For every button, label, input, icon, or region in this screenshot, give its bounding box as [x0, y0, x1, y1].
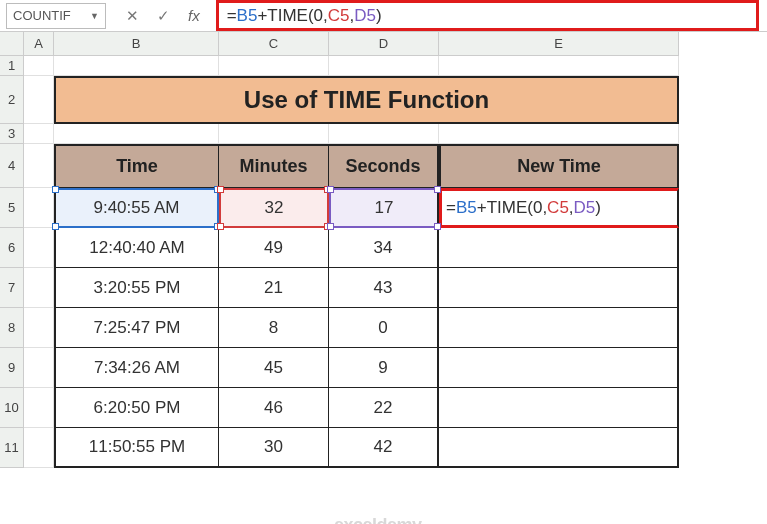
fc-d5: D5	[574, 198, 596, 218]
selection-handle[interactable]	[434, 186, 441, 193]
col-header-e[interactable]: E	[439, 32, 679, 56]
watermark: exceldemy EXCEL · DATA · BI	[334, 516, 426, 524]
cell-a1[interactable]	[24, 56, 54, 76]
col-header-c[interactable]: C	[219, 32, 329, 56]
row-header-7[interactable]: 7	[0, 268, 24, 308]
cell-a8[interactable]	[24, 308, 54, 348]
header-minutes[interactable]: Minutes	[219, 144, 329, 188]
cell-e7[interactable]	[439, 268, 679, 308]
cell-c9[interactable]: 45	[219, 348, 329, 388]
cell-e5[interactable]: =B5+TIME(0,C5,D5)	[439, 188, 679, 228]
cell-d11[interactable]: 42	[329, 428, 439, 468]
header-newtime[interactable]: New Time	[439, 144, 679, 188]
cell-c3[interactable]	[219, 124, 329, 144]
title-cell[interactable]: Use of TIME Function	[54, 76, 679, 124]
formula-eq: =	[227, 6, 237, 26]
header-seconds[interactable]: Seconds	[329, 144, 439, 188]
fx-icon[interactable]: fx	[188, 7, 200, 24]
row-header-11[interactable]: 11	[0, 428, 24, 468]
cell-e9[interactable]	[439, 348, 679, 388]
col-header-d[interactable]: D	[329, 32, 439, 56]
cell-c6[interactable]: 49	[219, 228, 329, 268]
cell-e1[interactable]	[439, 56, 679, 76]
cell-c7[interactable]: 21	[219, 268, 329, 308]
cell-e10[interactable]	[439, 388, 679, 428]
header-time[interactable]: Time	[54, 144, 219, 188]
cell-a6[interactable]	[24, 228, 54, 268]
row-header-9[interactable]: 9	[0, 348, 24, 388]
cancel-icon[interactable]: ✕	[126, 7, 139, 25]
cell-d3[interactable]	[329, 124, 439, 144]
cell-b11[interactable]: 11:50:55 PM	[54, 428, 219, 468]
cell-a9[interactable]	[24, 348, 54, 388]
cell-b3[interactable]	[54, 124, 219, 144]
name-box[interactable]: COUNTIF ▼	[6, 3, 106, 29]
selection-handle[interactable]	[327, 223, 334, 230]
cell-c5[interactable]: 32	[219, 188, 329, 228]
cell-d7[interactable]: 43	[329, 268, 439, 308]
row-headers: 1 2 3 4 5 6 7 8 9 10 11	[0, 32, 24, 524]
row-header-4[interactable]: 4	[0, 144, 24, 188]
row-header-1[interactable]: 1	[0, 56, 24, 76]
col-header-a[interactable]: A	[24, 32, 54, 56]
cell-d10[interactable]: 22	[329, 388, 439, 428]
cells-area[interactable]: Use of TIME Function Time Minutes Second…	[24, 56, 767, 468]
cell-b1[interactable]	[54, 56, 219, 76]
cell-c11[interactable]: 30	[219, 428, 329, 468]
cell-b5[interactable]: 9:40:55 AM	[54, 188, 219, 228]
cell-c10[interactable]: 46	[219, 388, 329, 428]
cell-a4[interactable]	[24, 144, 54, 188]
fc-b5: B5	[456, 198, 477, 218]
cell-c1[interactable]	[219, 56, 329, 76]
cell-e3[interactable]	[439, 124, 679, 144]
column-headers: A B C D E	[24, 32, 767, 56]
cell-a3[interactable]	[24, 124, 54, 144]
selection-handle[interactable]	[327, 186, 334, 193]
cell-d5-value: 17	[375, 198, 394, 218]
selection-handle[interactable]	[434, 223, 441, 230]
cell-e8[interactable]	[439, 308, 679, 348]
cell-a11[interactable]	[24, 428, 54, 468]
selection-handle[interactable]	[217, 223, 224, 230]
row-header-8[interactable]: 8	[0, 308, 24, 348]
enter-icon[interactable]: ✓	[157, 7, 170, 25]
fc-c5: C5	[547, 198, 569, 218]
cell-e11[interactable]	[439, 428, 679, 468]
fc-t3: )	[595, 198, 601, 218]
formula-text-1: +TIME(0,	[257, 6, 327, 26]
selection-handle[interactable]	[52, 223, 59, 230]
row-header-6[interactable]: 6	[0, 228, 24, 268]
cell-c5-value: 32	[265, 198, 284, 218]
row-header-2[interactable]: 2	[0, 76, 24, 124]
cell-b7[interactable]: 3:20:55 PM	[54, 268, 219, 308]
cell-a2[interactable]	[24, 76, 54, 124]
cell-b5-value: 9:40:55 AM	[93, 198, 179, 218]
select-all-corner[interactable]	[0, 32, 24, 56]
cell-b9[interactable]: 7:34:26 AM	[54, 348, 219, 388]
name-box-value: COUNTIF	[13, 8, 71, 23]
formula-ref-d5: D5	[354, 6, 376, 26]
row-header-3[interactable]: 3	[0, 124, 24, 144]
cell-a5[interactable]	[24, 188, 54, 228]
cell-b8[interactable]: 7:25:47 PM	[54, 308, 219, 348]
col-header-b[interactable]: B	[54, 32, 219, 56]
cell-a7[interactable]	[24, 268, 54, 308]
formula-input[interactable]: =B5+TIME(0,C5,D5)	[216, 0, 759, 31]
chevron-down-icon[interactable]: ▼	[90, 11, 99, 21]
row-header-5[interactable]: 5	[0, 188, 24, 228]
cell-d5[interactable]: 17	[329, 188, 439, 228]
cell-b6[interactable]: 12:40:40 AM	[54, 228, 219, 268]
cell-d1[interactable]	[329, 56, 439, 76]
formula-ref-b5: B5	[237, 6, 258, 26]
cell-d8[interactable]: 0	[329, 308, 439, 348]
cell-e6[interactable]	[439, 228, 679, 268]
cell-b10[interactable]: 6:20:50 PM	[54, 388, 219, 428]
row-header-10[interactable]: 10	[0, 388, 24, 428]
cell-d6[interactable]: 34	[329, 228, 439, 268]
cell-c8[interactable]: 8	[219, 308, 329, 348]
selection-handle[interactable]	[52, 186, 59, 193]
fc-t1: +TIME(0,	[477, 198, 547, 218]
selection-handle[interactable]	[217, 186, 224, 193]
cell-a10[interactable]	[24, 388, 54, 428]
cell-d9[interactable]: 9	[329, 348, 439, 388]
